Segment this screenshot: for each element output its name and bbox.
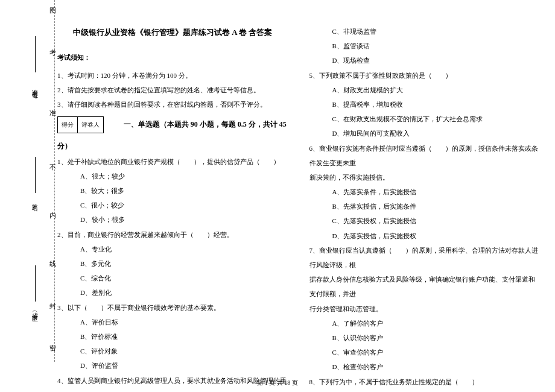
question-stem: 行分类管理和动态管理。 [309,302,541,316]
option: D、评价监督 [57,358,288,373]
option: A、了解你的客户 [309,316,541,330]
seal-char: 封 [49,302,56,311]
notice-heading: 考试须知： [57,50,288,65]
option: B、监管谈话 [309,39,541,53]
binding-label-province: 省（市区） [30,308,39,314]
option: D、较小；很多 [57,212,288,227]
left-column: 中级银行从业资格《银行管理》题库练习试卷 A 卷 含答案 考试须知： 1、考试时… [57,24,288,392]
option: D、差别化 [57,285,288,300]
seal-char: 线 [49,259,56,268]
notice-item: 1、考试时间：120 分钟，本卷满分为 100 分。 [57,68,288,83]
binding-underline [35,36,36,72]
score-label: 得分 [58,117,78,133]
seal-char: 考 [49,48,56,57]
option: A、对他人处理信托事务的行为承担责任 [309,389,541,392]
question-stem: 6、商业银行实施有条件授信时应当遵循（ ）的原则，授信条件未落实或条件发生变更未… [309,141,541,170]
reviewer-label: 评卷人 [78,117,103,133]
option: B、评价标准 [57,329,288,344]
option: C、很小；较少 [57,198,288,212]
question-stem: 据存款人身份信息核验方式及风险等级，审慎确定银行账户功能、支付渠道和支付限额，并… [309,272,541,301]
question-stem: 1、处于补缺式地位的商业银行资产规模（ ），提供的信贷产品（ ） [57,154,288,169]
option: B、先落实授信，后实施条件 [309,199,541,213]
option: D、增加民间的可支配收入 [309,126,541,141]
binding-label-name: 姓名 [30,199,39,201]
option: C、评价对象 [57,344,288,358]
option: C、先落实授权，后实施授信 [309,213,541,228]
exam-title: 中级银行从业资格《银行管理》题库练习试卷 A 卷 含答案 [57,24,288,42]
option: B、认识你的客户 [309,330,541,345]
seal-char: 不 [49,163,56,172]
seal-char: 准 [49,109,56,118]
question-stem: 新决策的，不得实施授信。 [309,170,541,185]
option: C、非现场监管 [309,24,541,39]
option: A、专业化 [57,242,288,256]
option: B、提高税率，增加税收 [309,97,541,112]
option: D、检查你的客户 [309,359,541,374]
score-box: 得分 评卷人 [57,116,104,133]
option: C、综合化 [57,271,288,285]
question-stem: 5、下列政策不属于扩张性财政政策的是（ ） [309,68,541,83]
option: D、先落实授信，后实施授权 [309,229,541,243]
seal-char: 图 [49,6,56,15]
option: B、多元化 [57,256,288,271]
seal-char: 内 [49,211,56,220]
question-stem: 3、以下（ ）不属于商业银行绩效考评的基本要素。 [57,300,288,315]
notice-item: 3、请仔细阅读各种题目的回答要求，在密封线内答题，否则不予评分。 [57,97,288,112]
page-footer: 第 1 页 共 18 页 [0,379,555,387]
option: D、现场检查 [309,53,541,68]
option: C、审查你的客户 [309,345,541,359]
binding-underline [35,157,36,193]
option: B、较大；很多 [57,183,288,198]
option: A、先落实条件，后实施授信 [309,185,541,199]
question-stem: 7、商业银行应当认真遵循（ ）的原则，采用科学、合理的方法对存款人进行风险评级，… [309,243,541,272]
notice-item: 2、请首先按要求在试卷的指定位置填写您的姓名、准考证号等信息。 [57,83,288,97]
option: A、财政支出规模的扩大 [309,83,541,97]
right-column: C、非现场监管 B、监管谈话 D、现场检查 5、下列政策不属于扩张性财政政策的是… [309,24,541,392]
seal-char: 密 [49,344,56,353]
binding-underline [35,265,36,302]
option: A、很大；较少 [57,169,288,183]
option: A、评价目标 [57,315,288,329]
option: C、在财政支出规模不变的情况下，扩大社会总需求 [309,112,541,126]
question-stem: 2、目前，商业银行的经营发展越来越倾向于（ ）经营。 [57,227,288,242]
binding-label-examid: 准考证号 [30,84,39,89]
